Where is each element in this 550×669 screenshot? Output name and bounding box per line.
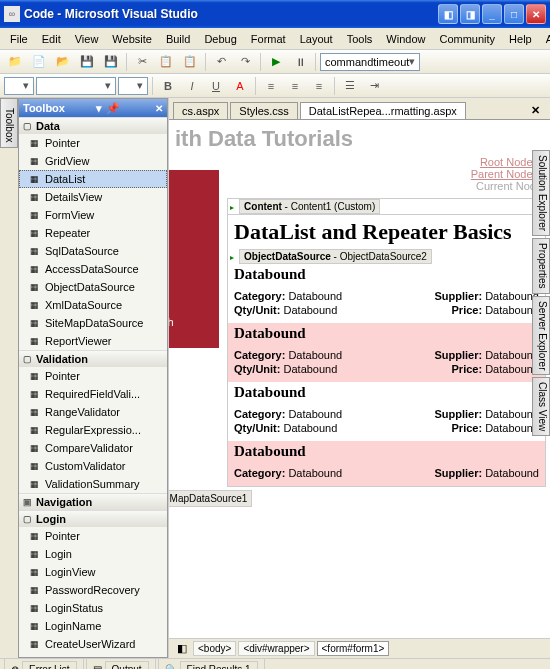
indent-button[interactable]: ⇥ [363, 76, 385, 96]
layout-button-1[interactable]: ◧ [438, 4, 458, 24]
toolbox-group-navigation[interactable]: ▣ Navigation [19, 493, 167, 510]
font-combo[interactable]: ▾ [36, 77, 116, 95]
properties-tab[interactable]: Properties [532, 238, 550, 294]
new-project-button[interactable]: 📁 [4, 52, 26, 72]
objectdatasource-tag[interactable]: ObjectDataSource - ObjectDataSource2 [239, 249, 432, 264]
undo-button[interactable]: ↶ [210, 52, 232, 72]
font-color-button[interactable]: A [229, 76, 251, 96]
toolbox-item-customvalidator[interactable]: ▦CustomValidator [19, 457, 167, 475]
underline-button[interactable]: U [205, 76, 227, 96]
toolbox-item-regularexpressio-[interactable]: ▦RegularExpressio... [19, 421, 167, 439]
menu-community[interactable]: Community [433, 31, 501, 47]
toolbox-item-validationsummary[interactable]: ▦ValidationSummary [19, 475, 167, 493]
toolbox-group-data[interactable]: ▢ Data [19, 117, 167, 134]
cut-button[interactable]: ✂ [131, 52, 153, 72]
doc-tab-0[interactable]: cs.aspx [173, 102, 228, 119]
toolbox-collapsed-tab[interactable]: Toolbox [0, 98, 18, 148]
smart-tag-icon[interactable]: ▸ [228, 203, 236, 212]
save-all-button[interactable]: 💾 [100, 52, 122, 72]
menu-debug[interactable]: Debug [198, 31, 242, 47]
italic-button[interactable]: I [181, 76, 203, 96]
menu-window[interactable]: Window [380, 31, 431, 47]
toolbox-item-repeater[interactable]: ▦Repeater [19, 224, 167, 242]
quick-launch-combo[interactable]: commandtimeout ▾ [320, 53, 420, 71]
toolbox-item-login[interactable]: ▦Login [19, 545, 167, 563]
minimize-button[interactable]: _ [482, 4, 502, 24]
toolbox-item-accessdatasource[interactable]: ▦AccessDataSource [19, 260, 167, 278]
menu-format[interactable]: Format [245, 31, 292, 47]
maximize-button[interactable]: □ [504, 4, 524, 24]
toolbox-item-createuserwizard[interactable]: ▦CreateUserWizard [19, 635, 167, 653]
align-left-button[interactable]: ≡ [260, 76, 282, 96]
element-combo[interactable]: ▾ [4, 77, 34, 95]
toolbox-item-pointer[interactable]: ▦Pointer [19, 134, 167, 152]
design-canvas[interactable]: ith Data Tutorials Root Node > Parent No… [169, 120, 550, 638]
toolbox-item-reportviewer[interactable]: ▦ReportViewer [19, 332, 167, 350]
find-results-tab[interactable]: 🔍 Find Results 1 [158, 658, 265, 669]
menu-help[interactable]: Help [503, 31, 538, 47]
toolbox-item-loginview[interactable]: ▦LoginView [19, 563, 167, 581]
toolbox-item-objectdatasource[interactable]: ▦ObjectDataSource [19, 278, 167, 296]
toolbox-item-requiredfieldvali-[interactable]: ▦RequiredFieldVali... [19, 385, 167, 403]
solution-explorer-tab[interactable]: Solution Explorer [532, 150, 550, 236]
open-button[interactable]: 📂 [52, 52, 74, 72]
align-center-button[interactable]: ≡ [284, 76, 306, 96]
server-explorer-tab[interactable]: Server Explorer [532, 296, 550, 375]
toolbox-group-login[interactable]: ▢ Login [19, 510, 167, 527]
doc-tab-1[interactable]: Styles.css [230, 102, 298, 119]
redo-button[interactable]: ↷ [234, 52, 256, 72]
close-document-button[interactable]: ✕ [525, 102, 546, 119]
start-debug-button[interactable]: ▶ [265, 52, 287, 72]
paste-button[interactable]: 📋 [179, 52, 201, 72]
pause-button[interactable]: ⏸ [289, 52, 311, 72]
content-control-tag[interactable]: Content - Content1 (Custom) [239, 199, 380, 214]
toolbox-item-loginstatus[interactable]: ▦LoginStatus [19, 599, 167, 617]
save-button[interactable]: 💾 [76, 52, 98, 72]
menu-edit[interactable]: Edit [36, 31, 67, 47]
toolbox-item-passwordrecovery[interactable]: ▦PasswordRecovery [19, 581, 167, 599]
doc-tab-2[interactable]: DataListRepea...rmatting.aspx [300, 102, 466, 119]
menu-view[interactable]: View [69, 31, 105, 47]
toolbox-item-gridview[interactable]: ▦GridView [19, 152, 167, 170]
dropdown-icon[interactable]: ▾ [96, 102, 102, 115]
toolbox-group-validation[interactable]: ▢ Validation [19, 350, 167, 367]
smart-tag-icon[interactable]: ▸ [228, 253, 236, 262]
toolbox-item-loginname[interactable]: ▦LoginName [19, 617, 167, 635]
size-combo[interactable]: ▾ [118, 77, 148, 95]
list-button[interactable]: ☰ [339, 76, 361, 96]
toolbox-item-sqldatasource[interactable]: ▦SqlDataSource [19, 242, 167, 260]
toolbox-item-comparevalidator[interactable]: ▦CompareValidator [19, 439, 167, 457]
menu-file[interactable]: File [4, 31, 34, 47]
toolbox-item-detailsview[interactable]: ▦DetailsView [19, 188, 167, 206]
datalist-control[interactable]: DataboundCategory: DataboundSupplier: Da… [228, 264, 545, 486]
tag-path-wrapper[interactable]: <div#wrapper> [238, 641, 314, 656]
content-placeholder[interactable]: ▸ Content - Content1 (Custom) DataList a… [227, 198, 546, 487]
close-button[interactable]: ✕ [526, 4, 546, 24]
pin-icon[interactable]: 📌 [106, 102, 120, 115]
toolbox-item-changepassword[interactable]: ▦ChangePassword [19, 653, 167, 657]
toolbox-item-xmldatasource[interactable]: ▦XmlDataSource [19, 296, 167, 314]
toolbox-item-sitemapdatasource[interactable]: ▦SiteMapDataSource [19, 314, 167, 332]
toolbox-item-pointer[interactable]: ▦Pointer [19, 527, 167, 545]
error-list-tab[interactable]: ⊗ Error List [4, 658, 84, 669]
align-right-button[interactable]: ≡ [308, 76, 330, 96]
toolbox-item-datalist[interactable]: ▦DataList [19, 170, 167, 188]
toolbox-item-pointer[interactable]: ▦Pointer [19, 367, 167, 385]
tag-path-body[interactable]: <body> [193, 641, 236, 656]
tag-path-form[interactable]: <form#form1> [317, 641, 390, 656]
class-view-tab[interactable]: Class View [532, 377, 550, 436]
layout-button-2[interactable]: ◨ [460, 4, 480, 24]
toolbox-close-button[interactable]: ✕ [155, 103, 163, 114]
design-view-button[interactable]: ◧ [173, 641, 191, 656]
toolbox-item-rangevalidator[interactable]: ▦RangeValidator [19, 403, 167, 421]
breadcrumb-root[interactable]: Root Node [480, 156, 533, 168]
toolbox-item-formview[interactable]: ▦FormView [19, 206, 167, 224]
menu-website[interactable]: Website [106, 31, 158, 47]
breadcrumb-parent[interactable]: Parent Node [471, 168, 533, 180]
menu-layout[interactable]: Layout [294, 31, 339, 47]
menu-addins[interactable]: Addins [540, 31, 550, 47]
bold-button[interactable]: B [157, 76, 179, 96]
menu-build[interactable]: Build [160, 31, 196, 47]
add-item-button[interactable]: 📄 [28, 52, 50, 72]
menu-tools[interactable]: Tools [341, 31, 379, 47]
